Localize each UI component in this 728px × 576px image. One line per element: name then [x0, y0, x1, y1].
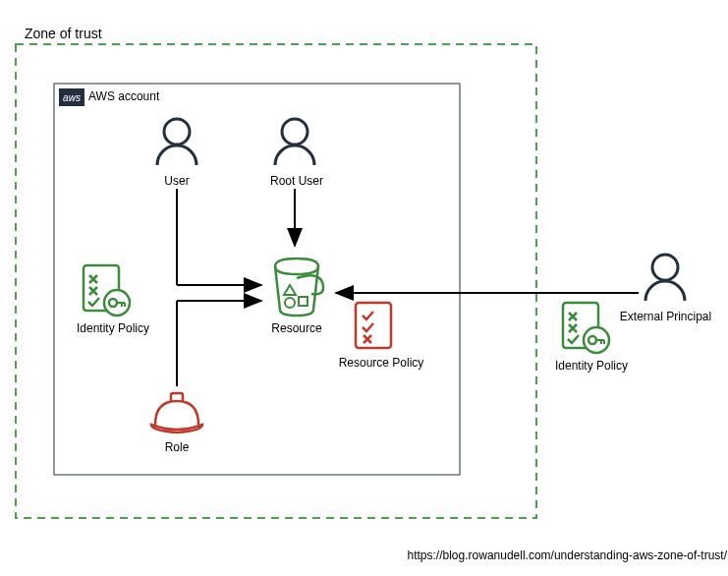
identity-policy-icon-2: [563, 303, 609, 353]
resource-policy-icon: [356, 303, 391, 348]
resource-label: Resource: [267, 321, 326, 335]
svg-point-2: [164, 119, 190, 144]
svg-rect-9: [356, 303, 391, 348]
aws-account-label: AWS account: [88, 89, 159, 103]
aws-account-box: [54, 84, 460, 475]
identity-policy-icon-1: [84, 265, 130, 316]
resource-policy-label: Resource Policy: [332, 356, 430, 370]
resource-icon: [275, 259, 323, 316]
external-principal-icon: [645, 255, 685, 301]
root-user-icon: [275, 119, 314, 165]
svg-point-8: [285, 298, 295, 308]
source-url: https://blog.rowanudell.com/understandin…: [393, 548, 727, 562]
identity-policy-label-2: Identity Policy: [546, 359, 637, 373]
user-label: User: [157, 174, 196, 188]
user-icon: [157, 119, 196, 165]
identity-policy-label-1: Identity Policy: [69, 321, 157, 335]
svg-rect-7: [299, 297, 308, 306]
svg-point-3: [282, 119, 308, 144]
svg-point-10: [652, 255, 678, 280]
role-label: Role: [157, 440, 196, 454]
role-icon: [151, 393, 202, 432]
root-user-label: Root User: [267, 174, 326, 188]
external-principal-label: External Principal: [614, 310, 717, 323]
zone-of-trust-label: Zone of trust: [25, 26, 102, 41]
svg-text:aws: aws: [63, 92, 81, 103]
